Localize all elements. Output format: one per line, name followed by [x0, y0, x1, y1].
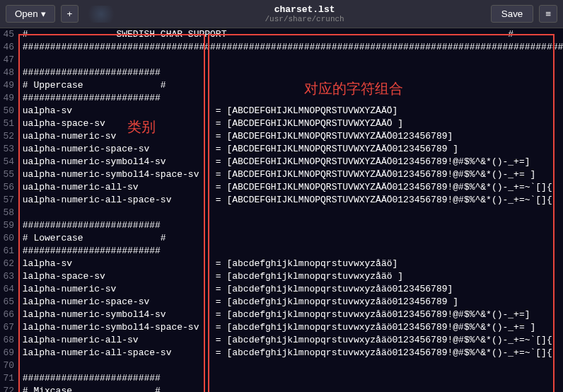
line-number: 63 [0, 270, 17, 283]
header-bar: Open ▾ + charset.lst /usr/share/crunch S… [0, 0, 563, 28]
line-number: 49 [0, 92, 17, 105]
new-file-button[interactable]: + [61, 5, 79, 23]
editor-line[interactable]: 66 lalpha-numeric-symbol14-sv = [abcdefg… [0, 309, 563, 321]
editor-line[interactable]: 59 ######################### [0, 219, 563, 232]
line-content [17, 207, 563, 219]
open-button[interactable]: Open ▾ [6, 5, 55, 23]
editor-line[interactable]: 52 ualpha-numeric-sv = [ABCDEFGHIJKLMNOP… [0, 130, 563, 143]
menu-button[interactable]: ≡ [539, 5, 557, 23]
line-number: 54 [0, 156, 17, 168]
line-number: 57 [0, 194, 17, 207]
line-number: 50 [0, 105, 17, 117]
line-content: # Lowercase # [17, 232, 563, 245]
editor-area[interactable]: 45 # SWEDISH CHAR-SUPPORT #46 ##########… [0, 28, 563, 392]
editor-line[interactable]: 63 lalpha-space-sv = [abcdefghijklmnopqr… [0, 270, 563, 283]
line-number: 64 [0, 283, 17, 296]
editor-line[interactable]: 67 lalpha-numeric-symbol14-space-sv = [a… [0, 321, 563, 334]
line-content: # Mixcase # [17, 385, 563, 392]
line-number: 58 [0, 207, 17, 219]
line-content: ######################### [17, 92, 563, 105]
editor-line[interactable]: 55 ualpha-numeric-symbol14-space-sv = [A… [0, 168, 563, 181]
editor-line[interactable]: 57 ualpha-numeric-all-space-sv = [ABCDEF… [0, 194, 563, 207]
open-label: Open [15, 8, 38, 19]
line-content: ######################### [17, 67, 563, 79]
save-button[interactable]: Save [491, 5, 533, 23]
line-content: ######################### [17, 219, 563, 232]
line-content: ########################################… [17, 41, 563, 54]
editor-line[interactable]: 51 ualpha-space-sv = [ABCDEFGHIJKLMNOPQR… [0, 117, 563, 130]
editor-line[interactable]: 47 [0, 54, 563, 67]
save-label: Save [501, 8, 523, 19]
editor-line[interactable]: 64 lalpha-numeric-sv = [abcdefghijklmnop… [0, 283, 563, 296]
chevron-down-icon: ▾ [41, 8, 46, 19]
editor-line[interactable]: 65 lalpha-numeric-space-sv = [abcdefghij… [0, 296, 563, 309]
line-content: # Uppercase # [17, 79, 563, 92]
line-number: 71 [0, 372, 17, 385]
editor-line[interactable]: 56 ualpha-numeric-all-sv = [ABCDEFGHIJKL… [0, 181, 563, 194]
line-content: ualpha-numeric-all-space-sv = [ABCDEFGHI… [17, 194, 563, 207]
line-content: ######################### [17, 372, 563, 385]
file-title: charset.lst [118, 4, 490, 15]
line-number: 61 [0, 245, 17, 258]
editor-line[interactable]: 71 ######################### [0, 372, 563, 385]
line-content: lalpha-numeric-all-sv = [abcdefghijklmno… [17, 334, 563, 347]
line-content: # SWEDISH CHAR-SUPPORT # [17, 28, 563, 41]
editor-line[interactable]: 62 lalpha-sv = [abcdefghijklmnopqrstuvwx… [0, 258, 563, 270]
line-number: 68 [0, 334, 17, 347]
line-number: 60 [0, 232, 17, 245]
line-content: lalpha-numeric-symbol14-space-sv = [abcd… [17, 321, 563, 334]
editor-line[interactable]: 53 ualpha-numeric-space-sv = [ABCDEFGHIJ… [0, 143, 563, 156]
editor-line[interactable]: 49 ######################### [0, 92, 563, 105]
line-number: 66 [0, 309, 17, 321]
editor-line[interactable]: 68 lalpha-numeric-all-sv = [abcdefghijkl… [0, 334, 563, 347]
title-area: charset.lst /usr/share/crunch [118, 4, 490, 23]
line-content: ualpha-space-sv = [ABCDEFGHIJKLMNOPQRSTU… [17, 117, 563, 130]
line-number: 51 [0, 117, 17, 130]
line-content: ualpha-numeric-all-sv = [ABCDEFGHIJKLMNO… [17, 181, 563, 194]
file-path: /usr/share/crunch [118, 15, 490, 23]
editor-line[interactable]: 72 # Mixcase # [0, 385, 563, 392]
line-number: 45 [0, 28, 17, 41]
editor-line[interactable]: 54 ualpha-numeric-symbol14-sv = [ABCDEFG… [0, 156, 563, 168]
hamburger-icon: ≡ [545, 8, 551, 19]
editor-line[interactable]: 48 ######################### [0, 67, 563, 79]
editor-line[interactable]: 69 lalpha-numeric-all-space-sv = [abcdef… [0, 347, 563, 359]
new-file-icon: + [67, 8, 73, 19]
line-content: ######################### [17, 245, 563, 258]
line-content: lalpha-numeric-sv = [abcdefghijklmnopqrs… [17, 283, 563, 296]
line-number: 69 [0, 347, 17, 359]
dragon-logo [84, 6, 118, 23]
line-number: 67 [0, 321, 17, 334]
line-number: 72 [0, 385, 17, 392]
line-number: 49 [0, 79, 17, 92]
line-content: ualpha-numeric-sv = [ABCDEFGHIJKLMNOPQRS… [17, 130, 563, 143]
line-content: lalpha-numeric-symbol14-sv = [abcdefghij… [17, 309, 563, 321]
editor-line[interactable]: 49 # Uppercase # [0, 79, 563, 92]
line-number: 56 [0, 181, 17, 194]
editor-line[interactable]: 50 ualpha-sv = [ABCDEFGHIJKLMNOPQRSTUVWX… [0, 105, 563, 117]
editor-line[interactable]: 45 # SWEDISH CHAR-SUPPORT # [0, 28, 563, 41]
line-content: ualpha-numeric-symbol14-space-sv = [ABCD… [17, 168, 563, 181]
editor-line[interactable]: 61 ######################### [0, 245, 563, 258]
line-content: lalpha-space-sv = [abcdefghijklmnopqrstu… [17, 270, 563, 283]
line-number: 46 [0, 41, 17, 54]
line-number: 55 [0, 168, 17, 181]
line-content: ualpha-sv = [ABCDEFGHIJKLMNOPQRSTUVWXYZÅ… [17, 105, 563, 117]
line-content: lalpha-numeric-all-space-sv = [abcdefghi… [17, 347, 563, 359]
line-content: lalpha-sv = [abcdefghijklmnopqrstuvwxyzå… [17, 258, 563, 270]
editor-line[interactable]: 58 [0, 207, 563, 219]
line-number: 65 [0, 296, 17, 309]
line-number: 59 [0, 219, 17, 232]
line-number: 70 [0, 359, 17, 372]
line-content [17, 359, 563, 372]
line-content: ualpha-numeric-space-sv = [ABCDEFGHIJKLM… [17, 143, 563, 156]
line-number: 52 [0, 130, 17, 143]
line-content [17, 54, 563, 67]
line-content: lalpha-numeric-space-sv = [abcdefghijklm… [17, 296, 563, 309]
line-number: 62 [0, 258, 17, 270]
editor-line[interactable]: 46 #####################################… [0, 41, 563, 54]
editor-line[interactable]: 60 # Lowercase # [0, 232, 563, 245]
line-number: 53 [0, 143, 17, 156]
line-number: 48 [0, 67, 17, 79]
editor-line[interactable]: 70 [0, 359, 563, 372]
